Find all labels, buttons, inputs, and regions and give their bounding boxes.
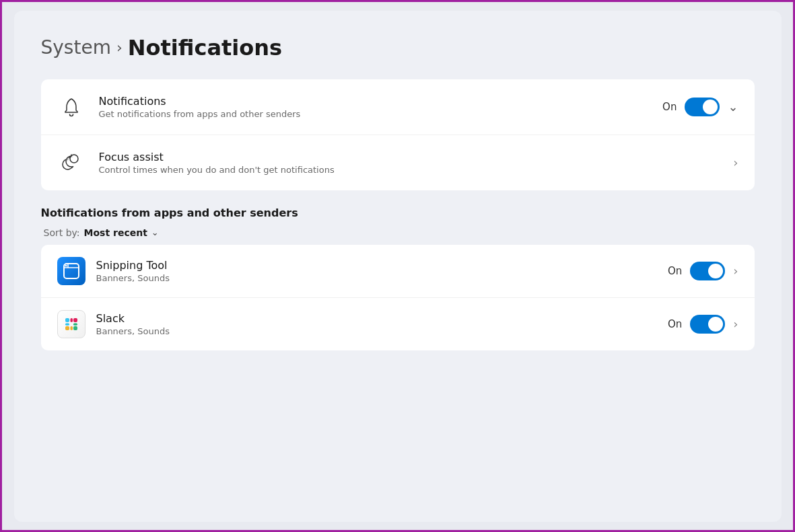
apps-section-title: Notifications from apps and other sender… xyxy=(41,206,755,219)
notifications-toggle[interactable] xyxy=(685,98,720,116)
sort-value[interactable]: Most recent xyxy=(84,227,147,238)
slack-name: Slack xyxy=(96,312,657,325)
snipping-tool-row: Snipping Tool Banners, Sounds On › xyxy=(41,245,755,298)
slack-controls: On › xyxy=(668,315,738,334)
svg-rect-7 xyxy=(73,318,77,322)
snipping-tool-controls: On › xyxy=(668,262,738,280)
svg-rect-8 xyxy=(70,318,73,322)
slack-row: Slack Banners, Sounds On › xyxy=(41,298,755,350)
sort-row: Sort by: Most recent ⌄ xyxy=(41,227,755,238)
snipping-tool-toggle[interactable] xyxy=(690,262,725,280)
svg-rect-5 xyxy=(65,326,69,330)
page-title: Notifications xyxy=(128,35,282,61)
svg-rect-6 xyxy=(70,326,73,330)
notifications-controls: On ⌄ xyxy=(662,98,738,116)
snipping-tool-text: Snipping Tool Banners, Sounds xyxy=(96,259,657,283)
focus-assist-row[interactable]: Focus assist Control times when you do a… xyxy=(41,135,755,190)
slack-detail: Banners, Sounds xyxy=(96,326,657,336)
snipping-tool-toggle-label: On xyxy=(668,265,682,277)
snipping-tool-chevron-icon[interactable]: › xyxy=(733,264,738,278)
notifications-expand-icon[interactable]: ⌄ xyxy=(728,100,738,114)
breadcrumb-system[interactable]: System xyxy=(41,36,111,59)
bell-icon-wrap xyxy=(57,93,85,121)
breadcrumb: System › Notifications xyxy=(41,35,755,61)
sort-chevron-icon[interactable]: ⌄ xyxy=(151,227,159,237)
slack-toggle[interactable] xyxy=(690,315,725,334)
bell-icon xyxy=(61,97,81,117)
notifications-title: Notifications xyxy=(99,95,650,108)
moon-icon-wrap xyxy=(57,149,85,177)
focus-assist-subtitle: Control times when you do and don't get … xyxy=(99,165,720,175)
notifications-toggle-label: On xyxy=(662,101,677,113)
focus-assist-title: Focus assist xyxy=(99,151,720,163)
sort-by-label: Sort by: xyxy=(44,227,80,238)
notifications-row: Notifications Get notifications from app… xyxy=(41,79,755,135)
slack-text: Slack Banners, Sounds xyxy=(96,312,657,336)
snipping-tool-svg xyxy=(63,262,80,280)
focus-assist-controls: › xyxy=(733,155,738,169)
svg-rect-4 xyxy=(65,323,69,326)
slack-toggle-label: On xyxy=(668,318,682,330)
svg-rect-9 xyxy=(73,326,77,330)
slack-chevron-icon[interactable]: › xyxy=(733,317,738,331)
breadcrumb-separator: › xyxy=(116,39,123,56)
focus-assist-text: Focus assist Control times when you do a… xyxy=(99,151,720,175)
snipping-tool-icon xyxy=(57,257,85,285)
moon-icon xyxy=(62,153,81,172)
notifications-subtitle: Get notifications from apps and other se… xyxy=(99,109,650,119)
focus-assist-chevron-icon[interactable]: › xyxy=(733,155,738,169)
svg-rect-3 xyxy=(65,318,69,322)
slack-icon xyxy=(57,310,85,338)
snipping-tool-detail: Banners, Sounds xyxy=(96,273,657,283)
apps-card: Snipping Tool Banners, Sounds On › xyxy=(41,245,755,350)
page-container: System › Notifications Notifications Get… xyxy=(14,11,782,522)
notifications-text: Notifications Get notifications from app… xyxy=(99,95,650,119)
slack-svg xyxy=(62,315,81,334)
svg-rect-10 xyxy=(73,323,77,326)
svg-point-2 xyxy=(65,264,67,266)
snipping-tool-name: Snipping Tool xyxy=(96,259,657,272)
svg-point-0 xyxy=(70,155,78,163)
top-settings-card: Notifications Get notifications from app… xyxy=(41,79,755,190)
